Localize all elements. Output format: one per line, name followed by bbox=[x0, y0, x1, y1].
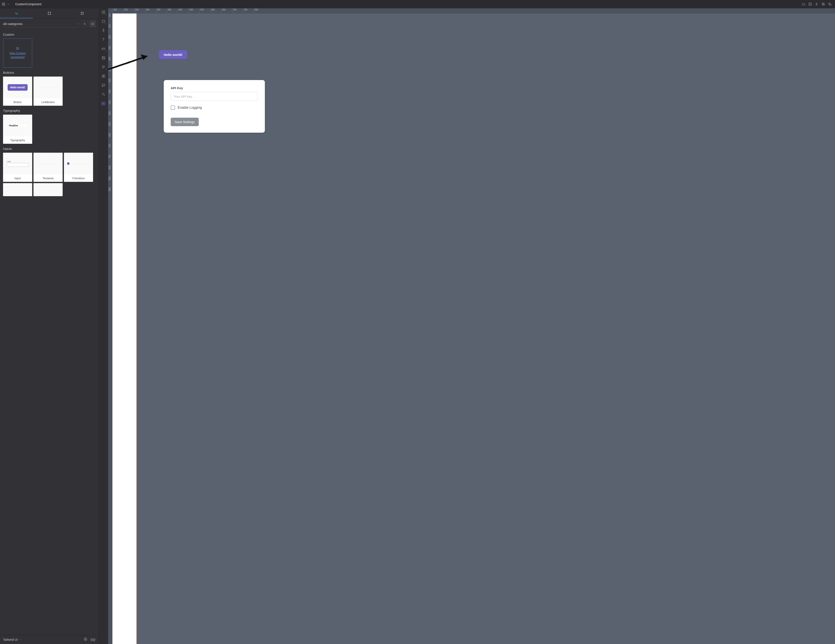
svg-line-43 bbox=[104, 95, 105, 96]
chevron-down-icon[interactable] bbox=[6, 2, 10, 6]
svg-rect-32 bbox=[102, 20, 105, 23]
svg-rect-1 bbox=[4, 3, 5, 4]
tool-ai[interactable]: AI bbox=[101, 101, 106, 106]
tool-rectangle[interactable] bbox=[101, 19, 106, 23]
svg-rect-6 bbox=[823, 3, 824, 5]
gear-icon[interactable] bbox=[84, 637, 87, 642]
layers-icon[interactable] bbox=[828, 2, 832, 6]
component-card-input[interactable]: Label Input bbox=[3, 153, 32, 182]
section-inputs-title: Inputs bbox=[3, 147, 96, 151]
component-card-button[interactable]: Hello world! Button bbox=[3, 76, 32, 106]
library-label: Tailwind UI bbox=[3, 638, 18, 641]
preview-button: Hello world! bbox=[8, 84, 28, 91]
component-label: Typography bbox=[3, 137, 32, 144]
tab-tailwind[interactable] bbox=[0, 8, 33, 18]
svg-rect-3 bbox=[4, 4, 5, 5]
tab-frame[interactable] bbox=[66, 8, 99, 18]
ruler-corner bbox=[108, 8, 112, 13]
tool-comment[interactable] bbox=[101, 83, 106, 88]
chevron-down-icon bbox=[19, 638, 22, 641]
svg-line-21 bbox=[85, 24, 86, 25]
svg-rect-10 bbox=[48, 12, 51, 15]
page-title: CustomComponent bbox=[15, 2, 42, 6]
new-custom-component-card[interactable]: New Custom component bbox=[3, 39, 32, 68]
section-custom-title: Custom bbox=[3, 33, 96, 36]
svg-rect-7 bbox=[822, 3, 824, 5]
settings-card: API Key Enable Logging Save Settings bbox=[164, 80, 265, 133]
enable-logging-checkbox[interactable] bbox=[171, 106, 175, 110]
page-edge bbox=[112, 13, 137, 644]
enable-logging-label: Enable Logging bbox=[178, 106, 202, 110]
component-label: Button bbox=[3, 98, 32, 106]
ruler-vertical: 100 150 200 250 300 350 400 450 500 550 … bbox=[108, 13, 112, 644]
tool-search[interactable] bbox=[101, 92, 106, 97]
search-button[interactable] bbox=[82, 21, 88, 27]
new-custom-component-link[interactable]: New Custom component bbox=[7, 51, 29, 59]
category-label: All categories bbox=[3, 22, 23, 26]
components-panel: All categories Custom New Custom compone… bbox=[0, 8, 99, 644]
svg-rect-0 bbox=[2, 3, 3, 4]
svg-rect-41 bbox=[102, 84, 105, 86]
svg-point-42 bbox=[102, 93, 104, 95]
apps-grid-icon[interactable] bbox=[2, 2, 5, 6]
top-bar: CustomComponent bbox=[0, 0, 835, 8]
plus-icon bbox=[16, 47, 19, 50]
tool-component[interactable] bbox=[101, 65, 106, 69]
tool-action[interactable] bbox=[101, 74, 106, 78]
component-card-extra-1[interactable] bbox=[3, 183, 32, 196]
component-card-checkbox[interactable]: ✓ Checkbox bbox=[64, 153, 93, 182]
api-key-input[interactable] bbox=[171, 92, 258, 101]
svg-rect-40 bbox=[102, 75, 105, 77]
canvas-hello-button[interactable]: Hello world! bbox=[159, 50, 187, 59]
tool-text[interactable] bbox=[101, 37, 106, 42]
svg-point-5 bbox=[809, 3, 810, 4]
svg-rect-15 bbox=[81, 12, 83, 14]
list-view-button[interactable] bbox=[89, 21, 96, 27]
api-key-label: API Key bbox=[171, 86, 258, 90]
component-label: Textarea bbox=[34, 174, 63, 182]
svg-rect-38 bbox=[102, 57, 105, 59]
tab-box[interactable] bbox=[33, 8, 66, 18]
image-icon[interactable] bbox=[809, 2, 812, 6]
bolt-icon[interactable] bbox=[815, 2, 819, 6]
category-dropdown[interactable]: All categories bbox=[3, 20, 80, 28]
svg-point-28 bbox=[85, 639, 86, 640]
save-settings-button[interactable]: Save Settings bbox=[171, 118, 199, 126]
canvas[interactable]: 150 200 250 300 350 400 450 500 550 600 … bbox=[108, 8, 835, 644]
ruler-horizontal: 150 200 250 300 350 400 450 500 550 600 … bbox=[112, 8, 835, 13]
component-label: LinkButton bbox=[34, 98, 63, 106]
svg-point-39 bbox=[102, 57, 103, 58]
tool-image[interactable] bbox=[101, 56, 106, 60]
component-card-typography[interactable]: Headline Typography bbox=[3, 115, 32, 144]
preview-input-label: Label bbox=[7, 161, 29, 163]
folder-icon[interactable] bbox=[802, 2, 806, 6]
component-card-textarea[interactable]: Textarea bbox=[34, 153, 63, 182]
section-typography-title: Typography bbox=[3, 109, 96, 112]
copy-icon[interactable] bbox=[822, 2, 825, 6]
preview-headline: Headline bbox=[8, 124, 27, 127]
section-buttons-title: Buttons bbox=[3, 71, 96, 75]
component-card-linkbutton[interactable]: LinkButton bbox=[34, 76, 63, 106]
component-card-extra-2[interactable] bbox=[34, 183, 63, 196]
tool-column: AI bbox=[99, 8, 108, 644]
tool-input[interactable] bbox=[101, 47, 106, 51]
svg-rect-4 bbox=[809, 3, 812, 5]
tool-insert-frame[interactable] bbox=[101, 10, 106, 15]
component-label: Checkbox bbox=[64, 174, 93, 182]
tool-pen[interactable] bbox=[101, 28, 106, 33]
component-label: Input bbox=[3, 174, 32, 182]
variables-icon[interactable]: {$} bbox=[90, 638, 96, 641]
svg-rect-2 bbox=[2, 4, 3, 5]
svg-rect-36 bbox=[102, 48, 105, 49]
library-switcher[interactable]: Tailwind UI bbox=[3, 638, 22, 641]
svg-point-20 bbox=[84, 23, 85, 24]
